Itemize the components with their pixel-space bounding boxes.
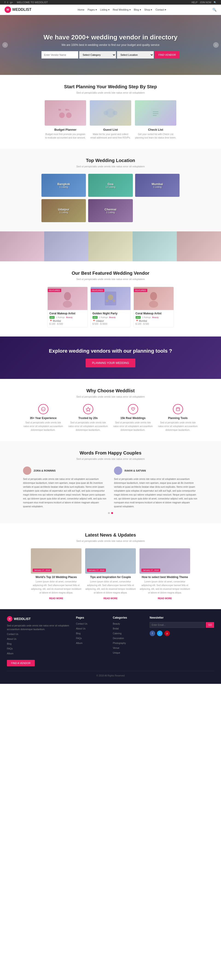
footer-album[interactable]: Album: [7, 652, 71, 655]
steps-section: Start Planning Your Wedding Step By Step…: [0, 75, 221, 149]
footer-cat-venue[interactable]: Venue: [113, 646, 145, 650]
footer-about-us[interactable]: About Us: [7, 637, 71, 641]
read-more-2[interactable]: READ MORE: [103, 597, 117, 600]
hero-next-button[interactable]: ›: [213, 42, 219, 48]
location-card-mumbai[interactable]: Mumbai 1 Listing: [135, 174, 180, 197]
step-image-1: Mr Mrs: [45, 100, 86, 126]
vendors-section: Our Best Featured Wedding Vendor Sed ut …: [0, 261, 221, 337]
vendor-card-2: FEATURED Golden Night Party 4.4 1 Rating…: [90, 287, 131, 327]
twitter-icon[interactable]: t: [7, 1, 8, 4]
news-title-3: How to select best Wedding Theme: [139, 576, 190, 579]
footer: W WEDDLIST Sed ut perspiciatis unde omni…: [0, 609, 221, 684]
svg-rect-21: [176, 408, 180, 411]
footer-cat-decoration[interactable]: Decoration: [113, 636, 145, 640]
cta-section: Explore wedding vendors with our plannin…: [0, 337, 221, 379]
footer-cta-button[interactable]: FIND A VENDOR: [7, 660, 35, 666]
footer-cat-photography[interactable]: Photography: [113, 641, 145, 645]
footer-faqs[interactable]: FAQs: [7, 647, 71, 651]
why-section: Why Choose Weddlist Sed ut perspiciatis …: [0, 379, 221, 441]
location-card-bangkok[interactable]: Bangkok 1 Listing: [41, 174, 86, 197]
cta-button[interactable]: PLANNING YOUR WEDDING: [86, 359, 135, 368]
why-text-4: Sed ut perspiciatis unde omnis iste natu…: [158, 421, 198, 432]
footer-pinterest-icon[interactable]: p: [164, 631, 170, 636]
footer-cat-bridal[interactable]: Bridal: [113, 627, 145, 631]
footer-newsletter-input[interactable]: [150, 622, 205, 628]
hero-prev-button[interactable]: ‹: [2, 42, 8, 48]
footer-pages-contact[interactable]: Contact Us: [76, 622, 108, 626]
footer-pages-blog[interactable]: Blog: [76, 632, 108, 635]
step-1-title: Budget Planner: [45, 128, 86, 131]
location-select[interactable]: Select Location: [117, 51, 154, 59]
footer-blog[interactable]: Blog: [7, 642, 71, 646]
news-subtitle: Sed ut perspiciatis unde omnis iste natu…: [7, 539, 214, 543]
nav-shop[interactable]: Shop ▾: [144, 8, 152, 11]
strip-photo-2: [44, 231, 88, 261]
svg-text:35+: 35+: [42, 409, 45, 410]
location-card-goa[interactable]: Goa 12 Listing: [88, 174, 133, 197]
footer-facebook-icon[interactable]: f: [150, 631, 155, 636]
find-vendor-button[interactable]: FIND VENDOR: [155, 51, 180, 59]
footer-twitter-icon[interactable]: t: [157, 631, 163, 636]
testimonial-avatar-2: [114, 466, 122, 475]
vendor-location-3: 📍 Mumbai: [136, 320, 172, 322]
nav-contact[interactable]: Contact ▾: [155, 8, 166, 11]
step-image-2: [90, 100, 131, 126]
svg-point-6: [113, 111, 117, 115]
locations-grid: Bangkok 1 Listing Goa 12 Listing Mumbai …: [41, 174, 180, 222]
help-link[interactable]: HELP: [191, 1, 197, 4]
location-name-goa: Goa: [107, 182, 113, 186]
testimonials-title: Words From Happy Couples: [7, 450, 214, 456]
location-name-udaipur: Udaipur: [58, 208, 69, 211]
footer-pages-title: Pages: [76, 616, 108, 619]
svg-text:Mrs: Mrs: [65, 108, 69, 111]
footer-pages-album[interactable]: Album: [76, 641, 108, 645]
location-count-bangkok: 1 Listing: [59, 186, 68, 188]
nav-blog[interactable]: Blog ▾: [134, 8, 141, 11]
step-2-title: Guest List: [90, 128, 131, 131]
footer-newsletter-button[interactable]: GO: [206, 622, 214, 628]
read-more-1[interactable]: READ MORE: [49, 597, 63, 600]
footer-pages-faqs[interactable]: FAQs: [76, 636, 108, 640]
nav-listing[interactable]: Listing ▾: [100, 8, 110, 11]
footer-pages-about[interactable]: About Us: [76, 627, 108, 631]
why-title-3: 15k Real Weddings: [113, 417, 153, 420]
search-icon[interactable]: 🔍: [214, 1, 216, 4]
step-2-text: Make list for your guest and collect ema…: [90, 132, 131, 140]
nav-real-wedding[interactable]: Real Wedding ▾: [113, 8, 131, 11]
checklist-illustration: [147, 106, 165, 120]
vendor-grid: FEATURED Coral Makeup Artist 4.4 1 Ratin…: [7, 287, 214, 327]
why-grid: 35+ 35+ Year Experience Sed ut perspicia…: [23, 404, 198, 432]
vendor-badge-2: FEATURED: [91, 289, 104, 292]
location-overlay-goa: Goa 12 Listing: [88, 174, 133, 197]
news-title-1: World's Top 10 Wedding Places: [31, 576, 82, 579]
location-name-mumbai: Mumbai: [152, 182, 163, 186]
footer-contact-us[interactable]: Contact Us: [7, 632, 71, 636]
testimonial-author-2: RAKHI & SATVAN: [114, 466, 198, 475]
testimonial-name-2: RAKHI & SATVAN: [125, 469, 146, 472]
location-count-goa: 12 Listing: [106, 186, 115, 188]
footer-cat-beauty[interactable]: Beauty: [113, 622, 145, 626]
why-title-4: Planning Tools: [158, 417, 198, 420]
nav-search-icon[interactable]: 🔍: [213, 8, 216, 11]
location-icon-1: 📍: [49, 320, 52, 322]
footer-cat-catering[interactable]: Catering: [113, 632, 145, 635]
vendor-card-3: FEATURED Coral Makeup Artist 4.4 1 Ratin…: [134, 287, 174, 327]
vendor-card-1: FEATURED Coral Makeup Artist 4.4 1 Ratin…: [47, 287, 88, 327]
footer-cat-unique[interactable]: Unique: [113, 651, 145, 655]
facebook-icon[interactable]: f: [5, 1, 5, 4]
category-select[interactable]: Select Category: [79, 51, 116, 59]
nav-home[interactable]: Home: [77, 8, 84, 11]
googleplus-icon[interactable]: g+: [10, 1, 13, 4]
join-now-link[interactable]: JOIN NOW: [200, 1, 212, 4]
vendor-badge-3: FEATURED: [134, 289, 148, 292]
why-item-2: Trusted by 20s Sed ut perspiciatis unde …: [68, 404, 108, 432]
vendor-info-3: Coral Makeup Artist 4.4 1 Ratings Beauty…: [134, 310, 174, 327]
vendor-search-input[interactable]: [41, 51, 78, 59]
dot-1[interactable]: [108, 512, 110, 514]
read-more-3[interactable]: READ MORE: [158, 597, 172, 600]
nav-pages[interactable]: Pages ▾: [88, 8, 97, 11]
location-card-chennai[interactable]: Chennai 1 Listing: [88, 199, 133, 222]
dot-2[interactable]: [111, 512, 113, 514]
location-card-udaipur[interactable]: Udaipur 1 Listing: [41, 199, 86, 222]
vendor-location-1: 📍 Mumbai: [49, 320, 86, 322]
